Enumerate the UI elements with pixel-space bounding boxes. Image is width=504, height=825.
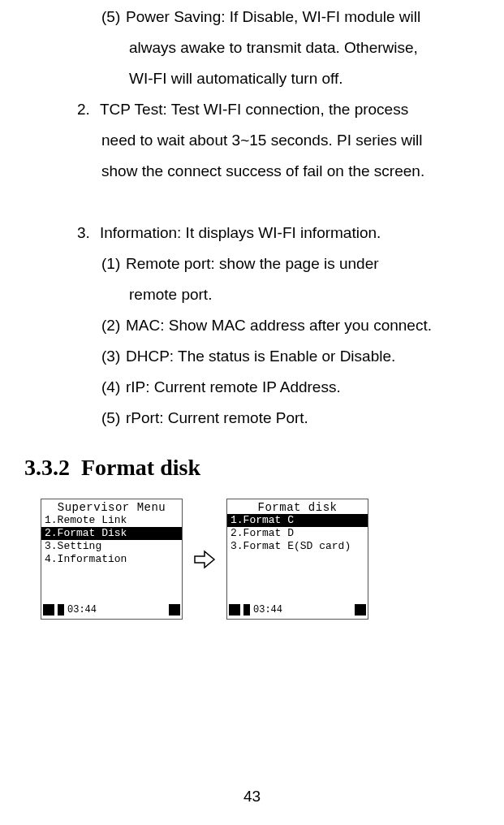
menu-item: 3.Format E(SD card) [227, 540, 368, 553]
arrow-right-icon [192, 548, 217, 571]
menu-item-selected: 2.Format Disk [41, 527, 182, 540]
text-line: Remote port: show the page is under [126, 255, 379, 272]
list-item: (5)rPort: Current remote Port. [24, 403, 480, 434]
lcd-status-bar: 03:44 [41, 603, 182, 619]
list-item: 3.Information: It displays WI-FI informa… [24, 218, 480, 248]
signal-icon [58, 604, 64, 616]
list-item: 2.TCP Test: Test WI-FI connection, the p… [24, 94, 480, 125]
spacer [24, 187, 480, 218]
lcd-spacer [41, 566, 182, 603]
text-line: WI-FI will automatically turn off. [24, 63, 480, 94]
heading-number: 3.3.2 [24, 455, 81, 481]
text-line: Power Saving: If Disable, WI-FI module w… [126, 8, 420, 25]
lcd-content: Supervisor Menu 1.Remote Link 2.Format D… [41, 499, 182, 603]
list-marker: (4) [101, 372, 126, 403]
page: (5)Power Saving: If Disable, WI-FI modul… [0, 0, 504, 825]
lcd-content: Format disk 1.Format C 2.Format D 3.Form… [227, 499, 368, 603]
list-marker: (3) [101, 341, 126, 372]
list-marker: (2) [101, 310, 126, 341]
status-icon [43, 604, 54, 616]
text-line: MAC: Show MAC address after you connect. [126, 317, 432, 334]
list-item: (5)Power Saving: If Disable, WI-FI modul… [24, 2, 480, 32]
status-icon [229, 604, 240, 616]
list-item: (1)Remote port: show the page is under [24, 248, 480, 279]
battery-icon [169, 604, 180, 616]
menu-item: 4.Information [41, 553, 182, 566]
menu-item: 3.Setting [41, 540, 182, 553]
body-text-block: (5)Power Saving: If Disable, WI-FI modul… [24, 2, 480, 434]
text-line: Information: It displays WI-FI informati… [100, 224, 381, 241]
lcd-title: Supervisor Menu [41, 501, 182, 514]
device-screenshot-supervisor-menu: Supervisor Menu 1.Remote Link 2.Format D… [41, 499, 183, 620]
text-line: remote port. [24, 279, 480, 310]
menu-item: 1.Remote Link [41, 514, 182, 527]
text-line: always awake to transmit data. Otherwise… [24, 32, 480, 63]
list-item: (2)MAC: Show MAC address after you conne… [24, 310, 480, 341]
text-line: DHCP: The status is Enable or Disable. [126, 348, 395, 365]
battery-icon [355, 604, 366, 616]
menu-item: 2.Format D [227, 527, 368, 540]
lcd-title: Format disk [227, 501, 368, 514]
text-line: show the connect success of fail on the … [24, 156, 480, 187]
status-time: 03:44 [253, 604, 282, 616]
text-line: TCP Test: Test WI-FI connection, the pro… [100, 101, 408, 118]
menu-item-selected: 1.Format C [227, 514, 368, 527]
screenshot-row: Supervisor Menu 1.Remote Link 2.Format D… [41, 499, 480, 620]
section-heading: 3.3.2Format disk [24, 455, 480, 481]
signal-icon [243, 604, 250, 616]
lcd-status-bar: 03:44 [227, 603, 368, 619]
list-marker: 2. [77, 94, 100, 125]
list-item: (3)DHCP: The status is Enable or Disable… [24, 341, 480, 372]
list-marker: (5) [101, 2, 126, 32]
text-line: rIP: Current remote IP Address. [126, 378, 341, 395]
list-item: (4)rIP: Current remote IP Address. [24, 372, 480, 403]
lcd-spacer [227, 553, 368, 603]
list-marker: (1) [101, 248, 126, 279]
list-marker: (5) [101, 403, 126, 434]
status-time: 03:44 [67, 604, 97, 616]
device-screenshot-format-disk: Format disk 1.Format C 2.Format D 3.Form… [226, 499, 368, 620]
text-line: need to wait about 3~15 seconds. PI seri… [24, 125, 480, 156]
heading-title: Format disk [81, 455, 200, 480]
text-line: rPort: Current remote Port. [126, 409, 308, 426]
page-number: 43 [0, 788, 504, 806]
list-marker: 3. [77, 218, 100, 248]
